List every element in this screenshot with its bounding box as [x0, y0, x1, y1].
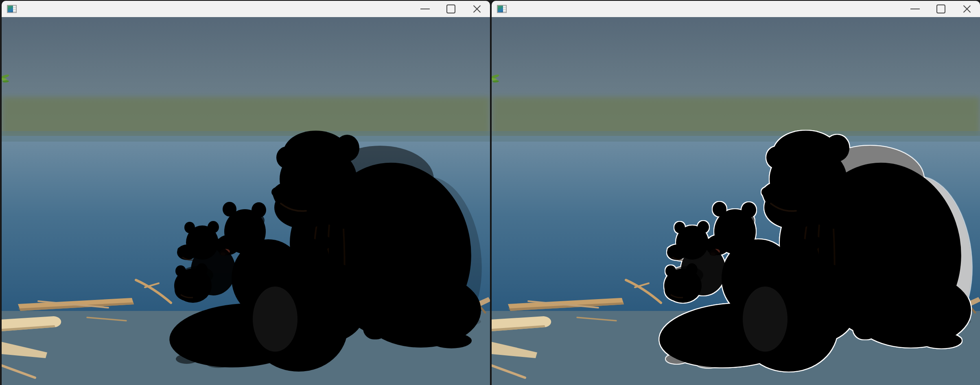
maximize-icon — [446, 4, 455, 13]
minimize-button[interactable] — [412, 1, 438, 17]
minimize-icon — [420, 9, 430, 9]
window-image — [2, 1, 490, 385]
maximize-button[interactable] — [928, 1, 954, 17]
maximize-icon — [936, 4, 945, 13]
source-image-canvas[interactable] — [2, 17, 490, 385]
close-button[interactable] — [464, 1, 490, 17]
close-icon — [962, 4, 972, 14]
titlebar-image[interactable] — [2, 1, 490, 17]
close-icon — [472, 4, 482, 14]
minimize-button[interactable] — [902, 1, 928, 17]
window-controls — [412, 1, 490, 17]
window-controls — [902, 1, 980, 17]
maximize-button[interactable] — [438, 1, 464, 17]
close-button[interactable] — [954, 1, 980, 17]
titlebar-vis[interactable] — [492, 1, 980, 17]
minimize-icon — [910, 9, 920, 9]
opencv-window-icon — [7, 5, 17, 13]
window-vis-result — [492, 1, 980, 385]
segmentation-result-canvas — [492, 17, 980, 385]
opencv-window-icon — [497, 5, 507, 13]
